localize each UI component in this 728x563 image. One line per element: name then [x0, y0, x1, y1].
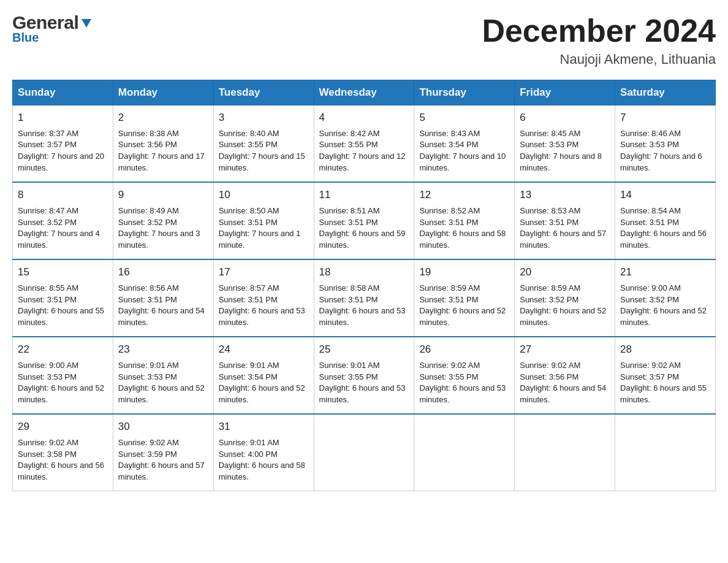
day-info: Sunrise: 9:01 AMSunset: 3:54 PMDaylight:… — [219, 360, 309, 406]
calendar-header-monday: Monday — [113, 80, 213, 105]
logo-blue-text: Blue — [12, 31, 39, 45]
calendar-header-tuesday: Tuesday — [213, 80, 314, 105]
calendar-cell: 6Sunrise: 8:45 AMSunset: 3:53 PMDaylight… — [515, 105, 615, 183]
day-number: 19 — [419, 265, 509, 280]
day-info: Sunrise: 9:02 AMSunset: 3:59 PMDaylight:… — [118, 437, 208, 483]
calendar-cell: 9Sunrise: 8:49 AMSunset: 3:52 PMDaylight… — [113, 182, 213, 259]
day-info: Sunrise: 8:52 AMSunset: 3:51 PMDaylight:… — [419, 205, 509, 251]
day-number: 12 — [419, 188, 509, 203]
day-number: 26 — [419, 342, 509, 358]
day-number: 1 — [18, 110, 108, 126]
day-info: Sunrise: 9:02 AMSunset: 3:56 PMDaylight:… — [520, 360, 610, 406]
calendar-cell: 24Sunrise: 9:01 AMSunset: 3:54 PMDayligh… — [213, 337, 314, 414]
day-info: Sunrise: 9:02 AMSunset: 3:57 PMDaylight:… — [620, 360, 710, 406]
calendar-cell: 31Sunrise: 9:01 AMSunset: 4:00 PMDayligh… — [213, 414, 314, 491]
logo-general-text: General — [12, 12, 78, 33]
calendar-week-row: 22Sunrise: 9:00 AMSunset: 3:53 PMDayligh… — [13, 337, 716, 414]
calendar-header-sunday: Sunday — [13, 80, 113, 105]
calendar-header-saturday: Saturday — [615, 80, 716, 105]
day-info: Sunrise: 8:42 AMSunset: 3:55 PMDaylight:… — [319, 128, 409, 174]
calendar-week-row: 1Sunrise: 8:37 AMSunset: 3:57 PMDaylight… — [13, 105, 716, 183]
calendar-cell — [314, 414, 414, 491]
day-info: Sunrise: 9:00 AMSunset: 3:53 PMDaylight:… — [18, 360, 108, 406]
day-info: Sunrise: 9:01 AMSunset: 3:55 PMDaylight:… — [319, 360, 409, 406]
day-info: Sunrise: 9:02 AMSunset: 3:55 PMDaylight:… — [419, 360, 509, 406]
calendar-cell: 12Sunrise: 8:52 AMSunset: 3:51 PMDayligh… — [414, 182, 515, 259]
calendar-cell: 14Sunrise: 8:54 AMSunset: 3:51 PMDayligh… — [615, 182, 716, 259]
calendar-cell: 22Sunrise: 9:00 AMSunset: 3:53 PMDayligh… — [13, 337, 113, 414]
day-info: Sunrise: 8:55 AMSunset: 3:51 PMDaylight:… — [18, 283, 108, 329]
day-number: 6 — [520, 110, 610, 126]
calendar-week-row: 15Sunrise: 8:55 AMSunset: 3:51 PMDayligh… — [13, 259, 716, 337]
day-number: 11 — [319, 188, 409, 203]
calendar-cell: 15Sunrise: 8:55 AMSunset: 3:51 PMDayligh… — [13, 259, 113, 337]
title-section: December 2024 Naujoji Akmene, Lithuania — [482, 12, 716, 67]
logo: General Blue — [12, 12, 93, 45]
day-info: Sunrise: 8:45 AMSunset: 3:53 PMDaylight:… — [520, 128, 610, 174]
calendar-header-wednesday: Wednesday — [314, 80, 414, 105]
day-number: 2 — [118, 110, 208, 126]
calendar-cell: 8Sunrise: 8:47 AMSunset: 3:52 PMDaylight… — [13, 182, 113, 259]
day-info: Sunrise: 8:58 AMSunset: 3:51 PMDaylight:… — [319, 283, 409, 329]
calendar-header-row: SundayMondayTuesdayWednesdayThursdayFrid… — [13, 80, 716, 105]
day-number: 5 — [419, 110, 509, 126]
day-info: Sunrise: 8:37 AMSunset: 3:57 PMDaylight:… — [18, 128, 108, 174]
calendar-cell — [414, 414, 515, 491]
calendar-cell — [515, 414, 615, 491]
calendar-week-row: 8Sunrise: 8:47 AMSunset: 3:52 PMDaylight… — [13, 182, 716, 259]
main-title: December 2024 — [482, 12, 716, 49]
day-number: 30 — [118, 419, 208, 435]
calendar-body: 1Sunrise: 8:37 AMSunset: 3:57 PMDaylight… — [13, 105, 716, 491]
day-info: Sunrise: 8:49 AMSunset: 3:52 PMDaylight:… — [118, 205, 208, 251]
calendar-cell: 20Sunrise: 8:59 AMSunset: 3:52 PMDayligh… — [515, 259, 615, 337]
day-number: 22 — [18, 342, 108, 358]
day-info: Sunrise: 8:57 AMSunset: 3:51 PMDaylight:… — [219, 283, 309, 329]
day-info: Sunrise: 8:51 AMSunset: 3:51 PMDaylight:… — [319, 205, 409, 251]
day-number: 10 — [219, 188, 309, 203]
day-info: Sunrise: 8:47 AMSunset: 3:52 PMDaylight:… — [18, 205, 108, 251]
day-number: 23 — [118, 342, 208, 358]
day-info: Sunrise: 9:00 AMSunset: 3:52 PMDaylight:… — [620, 283, 710, 329]
calendar-cell: 1Sunrise: 8:37 AMSunset: 3:57 PMDaylight… — [13, 105, 113, 183]
calendar-cell: 23Sunrise: 9:01 AMSunset: 3:53 PMDayligh… — [113, 337, 213, 414]
calendar-header-friday: Friday — [515, 80, 615, 105]
calendar-cell: 5Sunrise: 8:43 AMSunset: 3:54 PMDaylight… — [414, 105, 515, 183]
calendar-cell: 2Sunrise: 8:38 AMSunset: 3:56 PMDaylight… — [113, 105, 213, 183]
day-info: Sunrise: 8:59 AMSunset: 3:52 PMDaylight:… — [520, 283, 610, 329]
page-header: General Blue December 2024 Naujoji Akmen… — [12, 12, 716, 67]
day-number: 17 — [219, 265, 309, 280]
logo-triangle-icon — [80, 16, 93, 29]
day-number: 20 — [520, 265, 610, 280]
day-info: Sunrise: 8:43 AMSunset: 3:54 PMDaylight:… — [419, 128, 509, 174]
day-info: Sunrise: 9:01 AMSunset: 3:53 PMDaylight:… — [118, 360, 208, 406]
day-number: 7 — [620, 110, 710, 126]
calendar-header-thursday: Thursday — [414, 80, 515, 105]
calendar-table: SundayMondayTuesdayWednesdayThursdayFrid… — [12, 80, 716, 491]
day-info: Sunrise: 8:54 AMSunset: 3:51 PMDaylight:… — [620, 205, 710, 251]
day-number: 29 — [18, 419, 108, 435]
calendar-cell: 21Sunrise: 9:00 AMSunset: 3:52 PMDayligh… — [615, 259, 716, 337]
calendar-cell: 17Sunrise: 8:57 AMSunset: 3:51 PMDayligh… — [213, 259, 314, 337]
day-number: 9 — [118, 188, 208, 203]
day-info: Sunrise: 9:02 AMSunset: 3:58 PMDaylight:… — [18, 437, 108, 483]
calendar-cell: 4Sunrise: 8:42 AMSunset: 3:55 PMDaylight… — [314, 105, 414, 183]
location-subtitle: Naujoji Akmene, Lithuania — [482, 52, 716, 67]
calendar-cell: 27Sunrise: 9:02 AMSunset: 3:56 PMDayligh… — [515, 337, 615, 414]
day-number: 27 — [520, 342, 610, 358]
day-number: 31 — [219, 419, 309, 435]
day-info: Sunrise: 8:40 AMSunset: 3:55 PMDaylight:… — [219, 128, 309, 174]
calendar-cell: 19Sunrise: 8:59 AMSunset: 3:51 PMDayligh… — [414, 259, 515, 337]
day-number: 3 — [219, 110, 309, 126]
day-info: Sunrise: 8:56 AMSunset: 3:51 PMDaylight:… — [118, 283, 208, 329]
day-number: 4 — [319, 110, 409, 126]
day-number: 15 — [18, 265, 108, 280]
day-info: Sunrise: 8:38 AMSunset: 3:56 PMDaylight:… — [118, 128, 208, 174]
day-number: 18 — [319, 265, 409, 280]
day-info: Sunrise: 8:50 AMSunset: 3:51 PMDaylight:… — [219, 205, 309, 251]
day-info: Sunrise: 8:59 AMSunset: 3:51 PMDaylight:… — [419, 283, 509, 329]
day-number: 21 — [620, 265, 710, 280]
day-number: 28 — [620, 342, 710, 358]
day-number: 14 — [620, 188, 710, 203]
calendar-cell: 7Sunrise: 8:46 AMSunset: 3:53 PMDaylight… — [615, 105, 716, 183]
calendar-cell: 25Sunrise: 9:01 AMSunset: 3:55 PMDayligh… — [314, 337, 414, 414]
